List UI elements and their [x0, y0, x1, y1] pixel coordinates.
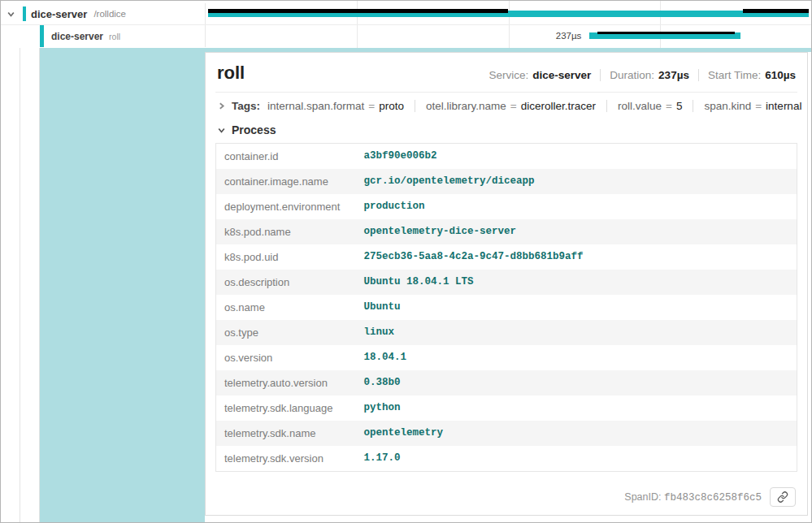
- tag-value: internal: [766, 100, 801, 112]
- process-table-row: telemetry.sdk.name opentelemetry: [216, 421, 797, 446]
- process-key: deployment.environment: [216, 194, 356, 219]
- tag-key: span.kind: [704, 100, 751, 112]
- tags-section-toggle[interactable]: Tags: internal.span.format = proto otel.…: [215, 93, 797, 119]
- tag-value: diceroller.tracer: [521, 100, 596, 112]
- process-value: linux: [356, 320, 797, 345]
- process-value: 0.38b0: [356, 370, 797, 395]
- tag-equals: =: [666, 100, 672, 112]
- process-key: container.image.name: [216, 169, 356, 194]
- tag-item: otel.library.name = diceroller.tracer: [415, 100, 596, 112]
- tag-item: span.kind = internal: [693, 100, 801, 112]
- span-name-cell[interactable]: dice-server /rolldice: [1, 3, 206, 24]
- service-color-chip: [23, 6, 26, 21]
- process-key: telemetry.sdk.name: [216, 421, 356, 446]
- process-value: 1.17.0: [356, 446, 797, 472]
- tag-key: internal.span.format: [267, 100, 364, 112]
- span-service-name: dice-server: [51, 31, 103, 42]
- process-key: telemetry.sdk.version: [216, 446, 356, 472]
- span-self-time-overlay: [597, 32, 736, 34]
- process-key: telemetry.auto.version: [216, 370, 356, 395]
- span-detail-meta: Service: dice-server Duration: 237µs Sta…: [489, 69, 796, 81]
- span-bar[interactable]: [589, 32, 740, 39]
- span-id-value: fb483c8c6258f6c5: [664, 492, 762, 504]
- process-key: os.name: [216, 295, 356, 320]
- process-key: k8s.pod.uid: [216, 244, 356, 270]
- process-value: opentelemetry-dice-server: [356, 219, 797, 244]
- process-table: container.id a3bf90e006b2 container.imag…: [215, 143, 797, 472]
- process-table-row: deployment.environment production: [216, 194, 797, 219]
- span-detail-header: roll Service: dice-server Duration: 237µ…: [215, 53, 797, 93]
- process-table-row: container.image.name gcr.io/opentelemetr…: [216, 169, 797, 194]
- process-value: gcr.io/opentelemetry/diceapp: [356, 169, 797, 194]
- service-label: Service:: [489, 69, 528, 81]
- process-table-row: os.type linux: [216, 320, 797, 345]
- process-value: 275ecb36-5aa8-4c2a-9c47-d8bb681b9aff: [356, 244, 797, 270]
- tag-key: otel.library.name: [426, 100, 506, 112]
- process-table-row: k8s.pod.uid 275ecb36-5aa8-4c2a-9c47-d8bb…: [216, 244, 797, 270]
- service-color-chip: [40, 25, 44, 47]
- meta-divider: [698, 69, 699, 81]
- process-table-row: os.description Ubuntu 18.04.1 LTS: [216, 270, 797, 295]
- link-icon: [777, 491, 788, 503]
- process-label: Process: [232, 123, 276, 136]
- process-key: container.id: [216, 144, 356, 170]
- span-row-rolldice[interactable]: dice-server /rolldice: [1, 3, 811, 25]
- process-key: telemetry.sdk.language: [216, 395, 356, 421]
- process-value: Ubuntu: [356, 295, 797, 320]
- tree-gutter-2: [20, 48, 40, 522]
- selected-span-highlight: [40, 48, 205, 522]
- span-timeline: dice-server /rolldice dice-server roll 2…: [1, 1, 811, 48]
- span-detail-footer: SpanID: fb483c8c6258f6c5: [215, 481, 797, 515]
- child-span-overlay-right: [743, 9, 809, 13]
- tags-list: internal.span.format = proto otel.librar…: [267, 100, 801, 112]
- process-key: os.type: [216, 320, 356, 345]
- tag-key: roll.value: [618, 100, 662, 112]
- span-detail-card: roll Service: dice-server Duration: 237µ…: [205, 52, 808, 516]
- meta-divider: [600, 69, 601, 81]
- span-bar-lane: 237µs: [206, 25, 811, 47]
- process-value: Ubuntu 18.04.1 LTS: [356, 270, 797, 295]
- process-section-toggle[interactable]: Process: [215, 119, 797, 143]
- span-detail-card-wrap: roll Service: dice-server Duration: 237µ…: [205, 52, 811, 522]
- span-duration-label: 237µs: [556, 31, 582, 41]
- collapse-children-button[interactable]: [7, 10, 15, 19]
- copy-link-button[interactable]: [770, 487, 796, 507]
- chevron-right-icon: [217, 102, 226, 110]
- process-table-row: telemetry.auto.version 0.38b0: [216, 370, 797, 395]
- tag-item: roll.value = 5: [606, 100, 682, 112]
- process-value: opentelemetry: [356, 421, 797, 446]
- span-detail-right: roll Service: dice-server Duration: 237µ…: [205, 48, 811, 522]
- span-detail-area: roll Service: dice-server Duration: 237µ…: [1, 48, 811, 522]
- process-table-body: container.id a3bf90e006b2 container.imag…: [216, 144, 797, 472]
- process-table-row: container.id a3bf90e006b2: [216, 144, 797, 170]
- duration-label: Duration:: [610, 69, 654, 81]
- jaeger-trace-view: dice-server /rolldice dice-server roll 2…: [0, 0, 812, 523]
- start-time-value: 610µs: [765, 69, 796, 81]
- process-key: os.description: [216, 270, 356, 295]
- span-bar-lane: [206, 3, 811, 24]
- process-table-row: telemetry.sdk.version 1.17.0: [216, 446, 797, 472]
- child-span-overlay-left: [208, 9, 509, 13]
- span-id-label: SpanID:: [624, 491, 661, 503]
- span-id: SpanID: fb483c8c6258f6c5: [624, 491, 762, 504]
- tags-label: Tags:: [232, 100, 260, 112]
- span-service-name: dice-server: [31, 8, 87, 20]
- span-operation-name: roll: [109, 32, 120, 41]
- process-table-row: os.name Ubuntu: [216, 295, 797, 320]
- span-operation-name: /rolldice: [93, 9, 126, 19]
- process-table-row: k8s.pod.name opentelemetry-dice-server: [216, 219, 797, 244]
- duration-value: 237µs: [658, 69, 689, 81]
- span-title: roll: [217, 63, 245, 84]
- process-key: os.version: [216, 345, 356, 370]
- tag-equals: =: [368, 100, 375, 112]
- tree-gutter-1: [1, 48, 20, 522]
- process-value: a3bf90e006b2: [356, 144, 797, 170]
- process-value: production: [356, 194, 797, 219]
- tag-value: 5: [676, 100, 683, 112]
- span-row-roll-selected[interactable]: dice-server roll 237µs: [1, 25, 811, 47]
- span-name-cell[interactable]: dice-server roll: [1, 25, 206, 47]
- process-table-row: os.version 18.04.1: [216, 345, 797, 370]
- process-value: python: [356, 395, 797, 421]
- span-bar[interactable]: [208, 11, 809, 17]
- process-table-row: telemetry.sdk.language python: [216, 395, 797, 421]
